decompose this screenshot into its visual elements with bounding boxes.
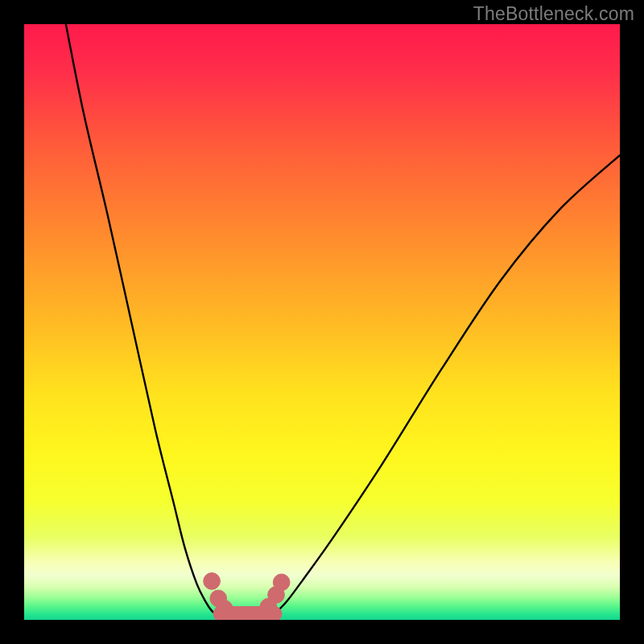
watermark-text: TheBottleneck.com xyxy=(473,3,634,25)
curve-marker xyxy=(216,601,233,617)
bottleneck-curve xyxy=(24,24,620,620)
curve-marker xyxy=(204,573,221,590)
curve-left-branch xyxy=(66,24,216,614)
outer-frame: TheBottleneck.com xyxy=(0,0,644,644)
curve-marker xyxy=(273,574,290,591)
plot-area xyxy=(24,24,620,620)
curve-right-branch xyxy=(275,155,620,614)
